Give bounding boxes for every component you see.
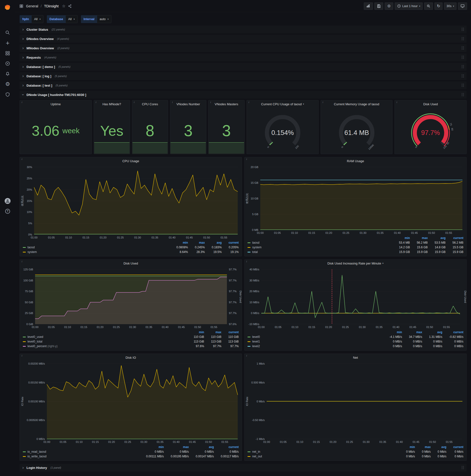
legend-row[interactable]: level0_total113 GiB113 GiB113 GiB [23,339,239,344]
variable-interval-value[interactable]: auto▾ [97,15,111,23]
panel-title[interactable]: Has MNode? [94,100,130,108]
dashboard-row-dnodes-overview[interactable]: › DNodes Overview (4 panels) [20,35,467,43]
search-icon[interactable] [2,28,13,38]
panel-title[interactable]: Disk IO [20,354,242,361]
help-icon[interactable]: ? [2,206,13,216]
dashboard-row-cluster-status[interactable]: › Cluster Status (21 panels) [20,26,467,33]
user-avatar[interactable] [2,196,13,206]
legend-column-header[interactable]: max [402,330,422,335]
panel-title[interactable]: Disk Used Increasing Rate per Minute▾ [245,260,466,267]
grafana-logo-icon[interactable] [2,2,13,13]
legend-column-header[interactable]: avg [189,445,214,449]
dashboards-icon[interactable] [2,48,13,58]
disk-io-chart[interactable]: 0 MB/s0.000500 MB/s0.00100 MB/s0.00150 M… [20,361,242,444]
panel-title[interactable]: Net [245,354,466,361]
legend-row[interactable]: level20 MB/s0 MB/s0 MB/s0 MB/s [248,344,463,349]
legend-row[interactable]: level0_used110 GiB110 GiB110 GiB [23,335,239,339]
save-dashboard-button[interactable] [374,2,383,10]
legend-row[interactable]: net_in0 Mb/s0 Mb/s0 Mb/s0 Mb/s [248,449,463,454]
dashboard-row-login-history[interactable]: › Login History (1 panel) [20,464,467,472]
panel-info-icon[interactable]: i [396,101,397,103]
row-drag-handle[interactable] [461,84,465,87]
legend-row[interactable]: net_out0 Mb/s0 Mb/s0 Mb/s0 Mb/s [248,454,463,459]
legend-row[interactable]: io_read_taosd0 MB/s0 MB/s0 MB/s0 MB/s [23,449,239,454]
variable-fqdn-value[interactable]: All▾ [32,15,43,23]
dashboard-row-mnodes-overview[interactable]: › MNodes Overview (2 panels) [20,44,467,52]
dashboard-settings-button[interactable]: ⚙ [385,2,393,10]
legend-column-header[interactable]: min [383,330,402,335]
panel-title[interactable]: CPU Usage [20,157,242,165]
panel-info-icon[interactable]: i [246,260,247,263]
variable-database-label[interactable]: Database [47,15,66,23]
legend-column-header[interactable]: min [169,240,188,245]
disk-rate-chart[interactable]: -10 MB/s0 MB/s10 MB/s20 MB/s30 MB/s40 MB… [245,267,466,329]
panel-title[interactable]: VNodes Number [170,100,206,108]
panel-info-icon[interactable]: i [210,101,211,103]
panel-title[interactable]: Disk Used [395,100,466,108]
configuration-gear-icon[interactable]: ⚙ [2,79,13,89]
panel-info-icon[interactable]: i [249,101,249,103]
panel-info-icon[interactable]: i [22,101,22,103]
disk-used-legend[interactable]: minmaxcurrentlevel0_used110 GiB110 GiB11… [20,329,242,350]
alerting-bell-icon[interactable] [2,69,13,79]
share-icon[interactable] [68,4,72,8]
panel-info-icon[interactable]: i [96,101,96,103]
variable-fqdn-label[interactable]: fqdn [20,15,32,23]
panel-info-icon[interactable]: i [134,101,135,103]
legend-column-header[interactable]: current [221,330,239,335]
refresh-button[interactable]: ↻ [435,2,442,10]
legend-row[interactable]: level0-4.1 MB/s34.7 MB/s1.31 MB/s-0.82 M… [248,335,463,339]
legend-column-header[interactable]: min [139,445,164,449]
row-drag-handle[interactable] [461,28,465,31]
panel-info-icon[interactable]: i [22,354,22,357]
legend-column-header[interactable]: current [214,445,239,449]
variable-interval-label[interactable]: Interval [81,15,97,23]
panel-title[interactable]: Current Memory Usage of taosd [321,100,392,108]
legend-column-header[interactable]: max [410,236,428,240]
panel-info-icon[interactable]: i [172,101,173,103]
refresh-interval-button[interactable]: 30s ▾ [444,2,456,10]
row-drag-handle[interactable] [461,74,465,78]
row-drag-handle[interactable] [461,46,465,50]
cpu-usage-legend[interactable]: minmaxavgcurrenttaosd0.0808%0.245%0.183%… [20,240,242,256]
disk-used-chart[interactable]: 0 GiB97.6%25 GiB97.7%50 GiB97.7%75 GiB97… [20,267,242,329]
legend-row[interactable]: total15.9 GB15.9 GB15.9 GB15.9 GB [248,250,463,255]
legend-column-header[interactable]: min [399,445,415,449]
legend-row[interactable]: system8.64%28.3%19.5%19.1% [23,250,239,255]
legend-column-header[interactable]: min [392,236,410,240]
panel-title[interactable]: RAM Usage [245,157,466,165]
legend-column-header[interactable]: max [415,445,431,449]
panel-title[interactable]: Uptime [20,100,91,108]
legend-column-header[interactable]: avg [205,240,222,245]
panel-info-icon[interactable]: i [246,158,247,160]
time-range-button[interactable]: Last 1 hour ▾ [395,2,423,10]
legend-column-header[interactable]: max [204,330,221,335]
cpu-usage-chart[interactable]: 0%5%10%15%20%25%30%01:0001:0501:1001:150… [20,165,242,240]
row-drag-handle[interactable] [461,65,465,69]
panel-info-icon[interactable]: i [246,354,247,357]
panel-info-icon[interactable]: i [323,101,323,103]
legend-row[interactable]: taosd53.4 MB56.2 MB53.5 MB56.2 MB [248,240,463,245]
legend-column-header[interactable]: avg [431,445,446,449]
legend-row[interactable]: system14.2 GB15.6 GB14.8 GB15.5 GB [248,245,463,250]
create-icon[interactable]: + [2,38,13,48]
panel-title[interactable]: CPU Cores [132,100,168,108]
legend-row[interactable]: taosd0.0808%0.245%0.183%0.205% [23,245,239,250]
disk-rate-legend[interactable]: minmaxavgcurrentlevel0-4.1 MB/s34.7 MB/s… [245,329,466,350]
disk-io-legend[interactable]: minmaxavgcurrentio_read_taosd0 MB/s0 MB/… [20,444,242,460]
star-icon[interactable]: ☆ [62,4,66,8]
legend-column-header[interactable]: current [446,445,463,449]
net-legend[interactable]: minmaxavgcurrentnet_in0 Mb/s0 Mb/s0 Mb/s… [245,444,466,460]
legend-column-header[interactable]: avg [428,236,446,240]
zoom-out-button[interactable] [424,2,433,10]
panel-info-icon[interactable]: i [22,158,22,160]
dashboard-row-requests[interactable]: › Requests (4 panels) [20,53,467,61]
row-drag-handle[interactable] [461,55,465,59]
legend-column-header[interactable]: max [164,445,189,449]
breadcrumb-dashboard-title[interactable]: TDinsight [44,4,59,8]
panel-title[interactable]: Current CPU Usage of taosd▾ [247,100,319,108]
legend-column-header[interactable]: avg [422,330,442,335]
legend-column-header[interactable]: max [188,240,205,245]
dashboard-row-database-demo[interactable]: › Database: [ demo ] (5 panels) [20,63,467,71]
dashboard-row-database-log[interactable]: › Database: [ log ] (5 panels) [20,72,467,80]
